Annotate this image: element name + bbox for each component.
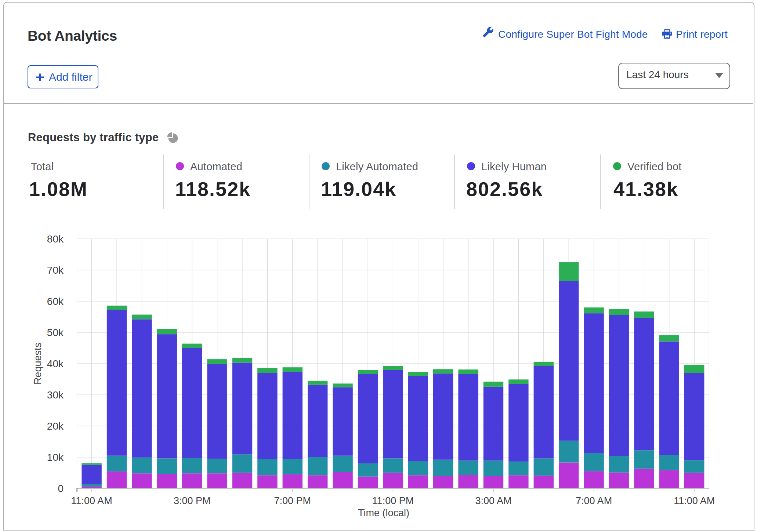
svg-text:11:00 AM: 11:00 AM	[674, 495, 715, 506]
svg-text:11:00 AM: 11:00 AM	[71, 495, 112, 506]
svg-text:40k: 40k	[47, 358, 64, 369]
svg-text:60k: 60k	[47, 296, 64, 307]
svg-text:30k: 30k	[47, 389, 64, 401]
svg-text:70k: 70k	[47, 265, 64, 276]
svg-text:0: 0	[58, 483, 64, 494]
svg-text:10k: 10k	[47, 452, 64, 463]
svg-text:7:00 AM: 7:00 AM	[576, 495, 612, 506]
svg-text:Time (local): Time (local)	[358, 507, 409, 518]
svg-text:3:00 PM: 3:00 PM	[174, 495, 211, 506]
svg-text:3:00 AM: 3:00 AM	[475, 495, 511, 506]
svg-text:Requests: Requests	[32, 343, 43, 385]
svg-text:20k: 20k	[47, 420, 64, 432]
svg-text:7:00 PM: 7:00 PM	[274, 495, 311, 506]
svg-text:50k: 50k	[47, 327, 64, 338]
svg-text:11:00 PM: 11:00 PM	[372, 495, 414, 506]
svg-text:80k: 80k	[47, 233, 64, 245]
